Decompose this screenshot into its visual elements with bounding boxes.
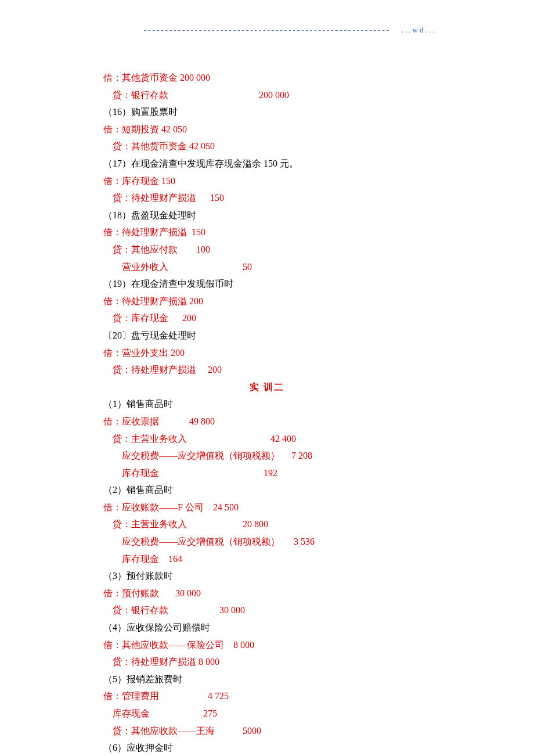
text-line: 贷：银行存款 200 000: [103, 87, 431, 104]
text-line: 应交税费——应交增值税（销项税额） 3 536: [103, 533, 431, 550]
text-line: （3）预付账款时: [103, 567, 431, 585]
text-line: 贷：其他应收款——王海 5000: [103, 722, 431, 740]
text-line: 贷：库存现金 200: [103, 309, 431, 327]
text-line: 库存现金 164: [103, 550, 431, 568]
text-line: 应交税费——应交增值税（销项税额） 7 208: [103, 447, 431, 465]
text-line: 借：其他应收款——保险公司 8 000: [103, 636, 431, 654]
text-line: （5）报销差旅费时: [103, 671, 431, 688]
text-line: 借：待处理财产损溢 150: [103, 224, 431, 241]
text-line: 贷：待处理财产损溢 150: [103, 189, 431, 207]
text-line: 贷：主营业务收入 20 800: [103, 516, 431, 533]
text-line: 贷：银行存款 30 000: [103, 602, 431, 619]
text-line: 贷：主营业务收入 42 400: [103, 430, 431, 448]
text-line: （4）应收保险公司赔偿时: [103, 619, 431, 636]
document-page: ----------------------------------------…: [0, 0, 534, 756]
text-line: （17）在现金清查中发现库存现金溢余 150 元。: [103, 155, 431, 172]
text-line: 贷：其他货币资金 42 050: [103, 138, 431, 155]
text-line: （1）销售商品时: [103, 395, 431, 413]
text-line: 贷：待处理财产损溢 200: [103, 361, 431, 379]
text-line: 库存现金 192: [103, 465, 431, 482]
text-line: 〔20〕盘亏现金处理时: [103, 327, 431, 344]
text-line: 库存现金 275: [103, 705, 431, 722]
text-line: 贷：待处理财产损溢 8 000: [103, 653, 431, 671]
text-line: （18）盘盈现金处理时: [103, 207, 431, 224]
text-line: 借：待处理财产损溢 200: [103, 293, 431, 310]
text-line: （6）应收押金时: [103, 739, 431, 756]
text-line: 借：库存现金 150: [103, 172, 431, 190]
text-line: 借：其他货币资金 200 000: [103, 69, 431, 87]
text-line: （19）在现金清查中发现假币时: [103, 275, 431, 293]
text-line: 借：营业外支出 200: [103, 344, 431, 362]
text-line: 贷：其他应付款 100: [103, 241, 431, 258]
text-line: （2）销售商品时: [103, 481, 431, 499]
text-line: （16）购置股票时: [103, 103, 431, 121]
content-body: 借：其他货币资金 200 000 贷：银行存款 200 000（16）购置股票时…: [103, 69, 431, 756]
page-header: ----------------------------------------…: [144, 23, 431, 37]
text-line: 借：短期投资 42 050: [103, 121, 431, 138]
text-line: 营业外收入 50: [103, 258, 431, 276]
text-line: 借：应收账款——F 公司 24 500: [103, 499, 431, 516]
text-line: 借：应收票据 49 800: [103, 413, 431, 430]
text-line: 借：管理费用 4 725: [103, 687, 431, 705]
text-line: 实 训二: [103, 379, 431, 396]
text-line: 借：预付账款 30 000: [103, 585, 431, 602]
